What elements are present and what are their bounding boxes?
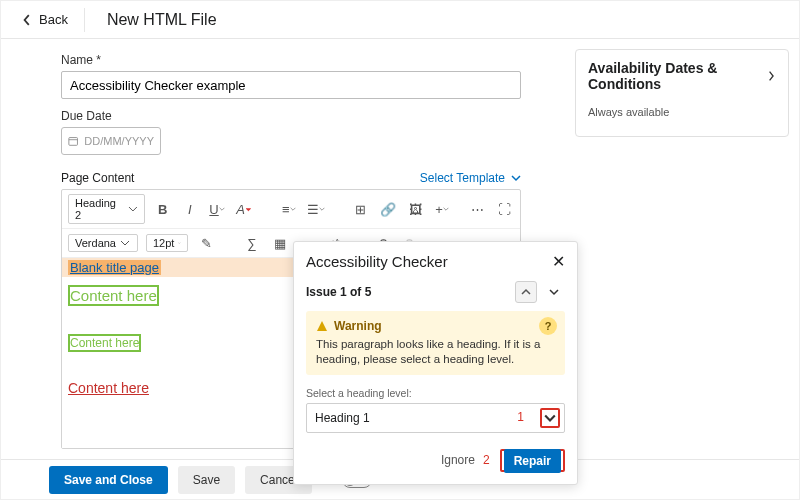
chevron-down-icon xyxy=(544,412,556,424)
availability-card-subtitle: Always available xyxy=(588,106,776,118)
warning-body: This paragraph looks like a heading. If … xyxy=(316,337,555,367)
chevron-down-icon xyxy=(178,238,181,248)
chevron-down-icon xyxy=(120,238,130,248)
font-family-value: Verdana xyxy=(75,237,116,249)
due-date-placeholder: DD/MM/YYYY xyxy=(84,135,154,147)
block-format-value: Heading 2 xyxy=(75,197,124,221)
underline-button[interactable]: U xyxy=(207,199,226,219)
page-content-label: Page Content xyxy=(61,171,134,185)
heading-level-label: Select a heading level: xyxy=(306,387,565,399)
chevron-down-icon xyxy=(128,204,138,214)
editor-toolbar-row-1: Heading 2 B I U A⏷ ≡ ☰ ⊞ 🔗 🖼 + xyxy=(62,190,520,229)
top-bar: Back New HTML File xyxy=(1,1,799,39)
list-button[interactable]: ☰ xyxy=(306,199,325,219)
page-title: New HTML File xyxy=(107,11,217,29)
warning-box: ? Warning This paragraph looks like a he… xyxy=(306,311,565,375)
block-format-select[interactable]: Heading 2 xyxy=(68,194,145,224)
chevron-down-icon xyxy=(319,206,325,212)
editor-title-text: Blank title page xyxy=(68,260,161,275)
insert-stuff-button[interactable]: ⊞ xyxy=(351,199,370,219)
back-label: Back xyxy=(39,12,68,27)
annotation-1: 1 xyxy=(517,410,524,424)
help-icon[interactable]: ? xyxy=(539,317,557,335)
heading-level-value: Heading 1 xyxy=(315,411,370,425)
italic-button[interactable]: I xyxy=(180,199,199,219)
prev-issue-button[interactable] xyxy=(515,281,537,303)
editor-line-1: Content here xyxy=(68,285,159,306)
svg-rect-0 xyxy=(69,138,78,146)
name-label: Name xyxy=(61,53,559,67)
font-size-value: 12pt xyxy=(153,237,174,249)
chevron-down-icon xyxy=(511,173,521,183)
chevron-down-icon xyxy=(443,206,449,212)
table-button[interactable]: ▦ xyxy=(270,233,290,253)
chevron-down-icon xyxy=(549,287,559,297)
heading-level-select[interactable]: Heading 1 1 xyxy=(306,403,565,433)
warning-icon xyxy=(316,320,328,332)
link-button[interactable]: 🔗 xyxy=(378,199,397,219)
calendar-icon xyxy=(68,135,78,147)
editor-line-2: Content here xyxy=(68,334,141,352)
select-template-label: Select Template xyxy=(420,171,505,185)
chevron-down-icon xyxy=(290,206,296,212)
format-painter-button[interactable]: ✎ xyxy=(196,233,216,253)
divider xyxy=(84,8,85,32)
save-and-close-button[interactable]: Save and Close xyxy=(49,466,168,494)
chevron-up-icon xyxy=(521,287,531,297)
text-color-button[interactable]: A⏷ xyxy=(235,199,254,219)
next-issue-button[interactable] xyxy=(543,281,565,303)
fullscreen-button[interactable]: ⛶ xyxy=(495,199,514,219)
save-button[interactable]: Save xyxy=(178,466,235,494)
side-column: Availability Dates & Conditions Always a… xyxy=(569,39,799,459)
equation-button[interactable]: ∑ xyxy=(242,233,262,253)
availability-card[interactable]: Availability Dates & Conditions Always a… xyxy=(575,49,789,137)
availability-card-title: Availability Dates & Conditions xyxy=(588,60,767,92)
font-family-select[interactable]: Verdana xyxy=(68,234,138,252)
due-date-label: Due Date xyxy=(61,109,559,123)
due-date-input[interactable]: DD/MM/YYYY xyxy=(61,127,161,155)
accessibility-checker-popup: Accessibility Checker ✕ Issue 1 of 5 ? W… xyxy=(293,241,578,485)
ignore-button[interactable]: Ignore xyxy=(441,453,475,467)
align-button[interactable]: ≡ xyxy=(279,199,298,219)
font-size-select[interactable]: 12pt xyxy=(146,234,188,252)
chevron-right-icon xyxy=(767,70,776,82)
bold-button[interactable]: B xyxy=(153,199,172,219)
name-input[interactable] xyxy=(61,71,521,99)
issue-count: Issue 1 of 5 xyxy=(306,285,371,299)
chevron-down-icon xyxy=(219,206,225,212)
accessibility-checker-title: Accessibility Checker xyxy=(306,253,448,270)
warning-label: Warning xyxy=(334,319,382,333)
image-button[interactable]: 🖼 xyxy=(405,199,424,219)
back-button[interactable]: Back xyxy=(9,1,80,38)
add-button[interactable]: + xyxy=(433,199,452,219)
select-template-link[interactable]: Select Template xyxy=(420,171,521,185)
more-button[interactable]: ⋯ xyxy=(468,199,487,219)
close-button[interactable]: ✕ xyxy=(552,252,565,271)
chevron-left-icon xyxy=(21,14,33,26)
editor-line-3: Content here xyxy=(68,380,149,396)
repair-button[interactable]: Repair xyxy=(504,449,561,473)
annotation-2: 2 xyxy=(483,453,490,467)
